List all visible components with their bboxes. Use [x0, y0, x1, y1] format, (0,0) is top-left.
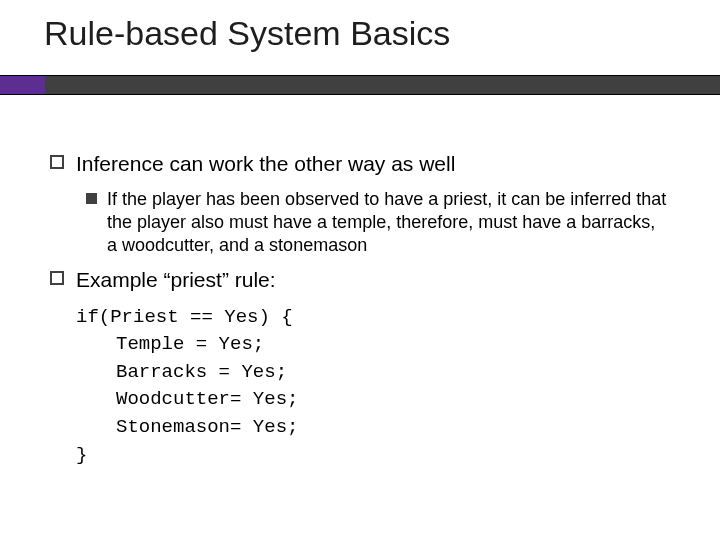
code-line-5: Stonemason= Yes;	[76, 414, 668, 442]
code-block: if(Priest == Yes) { Temple = Yes; Barrac…	[76, 304, 668, 469]
code-line-3: Barracks = Yes;	[76, 359, 668, 387]
title-area: Rule-based System Basics	[0, 0, 720, 53]
bullet-1-sub: If the player has been observed to have …	[86, 188, 668, 257]
code-line-1: if(Priest == Yes) {	[76, 304, 668, 332]
hollow-square-bullet-icon	[50, 155, 64, 169]
code-line-4: Woodcutter= Yes;	[76, 386, 668, 414]
bullet-2: Example “priest” rule:	[50, 267, 668, 294]
slide: { "title": "Rule-based System Basics", "…	[0, 0, 720, 540]
bullet-2-text: Example “priest” rule:	[76, 267, 276, 294]
bullet-1-sub-text: If the player has been observed to have …	[107, 188, 668, 257]
slide-title: Rule-based System Basics	[44, 14, 720, 53]
accent-block	[0, 76, 45, 94]
rule-fill	[45, 76, 720, 94]
code-line-6: }	[76, 442, 668, 470]
bullet-1: Inference can work the other way as well	[50, 151, 668, 178]
hollow-square-bullet-icon	[50, 271, 64, 285]
code-line-2: Temple = Yes;	[76, 331, 668, 359]
bullet-1-text: Inference can work the other way as well	[76, 151, 455, 178]
solid-square-bullet-icon	[86, 193, 97, 204]
slide-body: Inference can work the other way as well…	[0, 95, 720, 469]
title-underline-bar	[0, 75, 720, 95]
